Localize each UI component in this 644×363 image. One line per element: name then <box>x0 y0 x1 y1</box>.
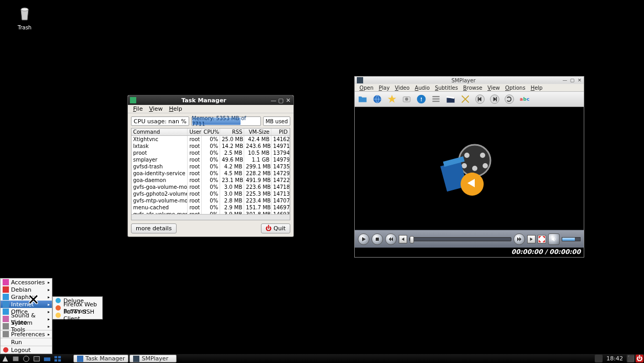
taskbar-task-taskmanager[interactable]: Task Manager <box>73 355 128 362</box>
fullscreen-button[interactable] <box>538 235 546 243</box>
svg-rect-6 <box>432 96 440 97</box>
table-row[interactable]: lxtaskroot0%14.2 MB243.6 MB14971 <box>132 143 290 150</box>
forward-button[interactable] <box>514 233 525 245</box>
svg-rect-28 <box>3 286 9 293</box>
table-row[interactable]: prootroot0%2.5 MB10.5 MB13794 <box>132 150 290 156</box>
horizontal-scrollbar[interactable] <box>132 214 290 220</box>
window-title: SMPlayer <box>365 78 562 83</box>
quit-button[interactable]: ⏻Quit <box>261 223 290 233</box>
titlebar[interactable]: SMPlayer — ▢ ✕ <box>355 77 584 84</box>
table-row[interactable]: goa-daemonroot0%23.1 MB491.9 MB14722 <box>132 177 290 184</box>
clapper-icon[interactable] <box>445 93 456 105</box>
col-user[interactable]: User <box>188 129 202 135</box>
next-track-icon[interactable] <box>489 93 500 105</box>
menu-item-preferences[interactable]: Preferences▸ <box>1 330 52 338</box>
submenu-item-putty-ssh-client[interactable]: PuTTY SSH Client <box>53 312 102 319</box>
window-list-button[interactable] <box>52 355 63 362</box>
svg-point-35 <box>3 347 8 353</box>
menu-audio[interactable]: Audio <box>412 85 432 91</box>
table-body[interactable]: Xtightvncroot0%25.0 MB42.4 MB14162lxtask… <box>132 136 290 214</box>
category-icon <box>3 316 9 322</box>
desktop-icon-trash[interactable]: Trash <box>12 5 38 30</box>
video-area[interactable] <box>355 107 584 230</box>
repeat-icon[interactable] <box>504 93 515 105</box>
svg-rect-46 <box>58 359 61 361</box>
terminal-launcher[interactable] <box>31 355 42 362</box>
rewind-button[interactable] <box>385 233 397 245</box>
menu-help[interactable]: Help <box>528 85 545 91</box>
tray-network-icon[interactable]: ⬛ <box>627 355 635 362</box>
menu-item-internet[interactable]: Internet▸ <box>1 301 52 308</box>
col-pid[interactable]: PID <box>271 129 290 135</box>
col-vmsize[interactable]: VM-Size <box>244 129 271 135</box>
menu-subtitles[interactable]: Subtitles <box>432 85 461 91</box>
logout-tray-button[interactable]: ⏻ <box>636 355 643 362</box>
file-manager-launcher[interactable] <box>10 355 21 362</box>
menu-browse[interactable]: Browse <box>461 85 485 91</box>
subtitle-tool-icon[interactable]: abc <box>518 93 530 105</box>
info-icon[interactable]: ! <box>416 93 427 105</box>
play-button[interactable] <box>358 233 369 245</box>
svg-text:!: ! <box>420 97 422 102</box>
menu-item-accessories[interactable]: Accessories▸ <box>1 279 52 286</box>
svg-point-17 <box>464 153 470 158</box>
clock[interactable]: 18:42 <box>603 355 626 362</box>
step-back-button[interactable] <box>399 235 407 243</box>
show-desktop-button[interactable] <box>42 355 52 362</box>
menu-item-run[interactable]: Run <box>1 338 52 346</box>
menu-item-logout[interactable]: Logout <box>1 346 52 354</box>
seek-slider[interactable] <box>409 237 511 241</box>
toolbar: ! abc <box>355 91 584 107</box>
close-button[interactable]: ✕ <box>285 97 291 103</box>
menu-options[interactable]: Options <box>503 85 528 91</box>
playlist-icon[interactable] <box>430 93 442 105</box>
menu-video[interactable]: Video <box>392 85 412 91</box>
menu-view[interactable]: View <box>146 105 166 112</box>
minimize-button[interactable]: — <box>562 78 568 83</box>
tray-icon[interactable] <box>595 355 603 362</box>
window-title: Task Manager <box>138 97 269 104</box>
step-fwd-button[interactable] <box>527 235 536 243</box>
menu-view[interactable]: View <box>485 85 503 91</box>
menu-play[interactable]: Play <box>376 85 392 91</box>
mute-button[interactable] <box>548 233 560 245</box>
menu-help[interactable]: Help <box>166 105 185 112</box>
favorites-icon[interactable] <box>386 93 398 105</box>
table-row[interactable]: gvfs-gphoto2-volume-monitorroot0%3.0 MB2… <box>132 190 290 197</box>
stop-button[interactable] <box>372 233 383 245</box>
open-file-icon[interactable] <box>357 93 368 105</box>
table-row[interactable]: gvfsd-trashroot0%4.2 MB299.1 MB14735 <box>132 163 290 170</box>
prev-track-icon[interactable] <box>474 93 486 105</box>
titlebar[interactable]: Task Manager — ▢ ✕ <box>128 95 293 105</box>
menu-item-graphics[interactable]: Graphics▸ <box>1 293 52 301</box>
screenshot-icon[interactable] <box>401 93 412 105</box>
col-rss[interactable]: RSS <box>220 129 244 135</box>
browser-launcher[interactable] <box>21 355 31 362</box>
svg-point-12 <box>505 95 514 104</box>
menu-item-system-tools[interactable]: System Tools▸ <box>1 323 52 330</box>
col-command[interactable]: Command <box>132 129 188 135</box>
menu-open[interactable]: Open <box>357 85 376 91</box>
table-row[interactable]: gvfs-goa-volume-monitorroot0%3.0 MB223.6… <box>132 184 290 190</box>
more-details-button[interactable]: more details <box>131 223 177 233</box>
table-row[interactable]: Xtightvncroot0%25.0 MB42.4 MB14162 <box>132 136 290 143</box>
col-cpu[interactable]: CPU% <box>202 129 220 135</box>
minimize-button[interactable]: — <box>270 97 277 103</box>
start-button[interactable] <box>0 355 10 362</box>
open-url-icon[interactable] <box>372 93 383 105</box>
app-icon <box>55 297 61 304</box>
maximize-button[interactable]: ▢ <box>569 78 575 83</box>
taskbar-task-smplayer[interactable]: SMPlayer <box>129 355 177 362</box>
close-button[interactable]: ✕ <box>576 78 583 83</box>
table-row[interactable]: gvfs-mtp-volume-monitorroot0%2.8 MB223.4… <box>132 197 290 204</box>
cpu-usage-label: CPU usage: nan % <box>134 118 187 125</box>
taskbar: Task Manager SMPlayer 18:42 ⬛ ⏻ <box>0 354 644 363</box>
table-row[interactable]: goa-identity-serviceroot0%4.5 MB228.2 MB… <box>132 170 290 177</box>
volume-slider[interactable] <box>562 237 581 241</box>
table-row[interactable]: smplayerroot0%49.6 MB1.1 GB14979 <box>132 156 290 163</box>
menu-file[interactable]: File <box>130 105 146 112</box>
table-row[interactable]: menu-cachedroot0%2.9 MB151.7 MB14697 <box>132 204 290 211</box>
menu-item-debian[interactable]: Debian▸ <box>1 286 52 293</box>
maximize-button[interactable]: ▢ <box>278 97 284 103</box>
preferences-icon[interactable] <box>460 93 471 105</box>
